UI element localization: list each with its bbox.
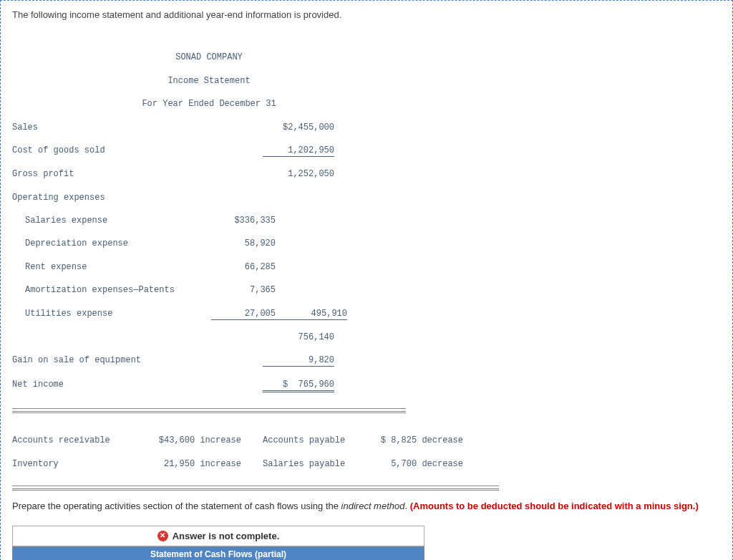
divider (12, 486, 499, 491)
info-amount: 5,700 decrease (363, 458, 463, 470)
info-label: Inventory (12, 458, 134, 470)
info-amount: $43,600 increase (134, 435, 241, 446)
additional-info-block: Accounts receivable$43,600 increaseAccou… (12, 423, 721, 481)
row-amount: 1,202,950 (263, 145, 334, 157)
row-label: Salaries expense (12, 215, 211, 226)
answer-container: ✕ Answer is not complete. Statement of C… (12, 526, 424, 560)
row-label: Cost of goods sold (12, 145, 198, 156)
row-label: Rent expense (12, 261, 211, 273)
row-label: Gross profit (12, 168, 198, 180)
row-amount: 7,365 (211, 284, 276, 296)
row-label: Depreciation expense (12, 238, 211, 249)
row-label: Net income (12, 379, 198, 390)
info-amount: 21,950 increase (134, 458, 241, 470)
info-amount: $ 8,825 decrease (363, 435, 463, 446)
row-label: Sales (12, 122, 198, 133)
row-amount: 1,252,050 (263, 168, 334, 180)
error-icon: ✕ (157, 531, 168, 541)
info-label: Accounts payable (241, 435, 363, 446)
row-label: Gain on sale of equipment (12, 354, 198, 366)
cashflow-table: Statement of Cash Flows (partial) Cash f… (12, 546, 424, 560)
divider (12, 408, 406, 413)
answer-status-banner: ✕ Answer is not complete. (12, 526, 424, 546)
row-amount: 27,005 (211, 308, 276, 320)
intro-text: The following income statement and addit… (12, 9, 721, 20)
info-label: Salaries payable (241, 458, 363, 470)
row-amount: 58,920 (211, 238, 276, 249)
row-amount: 66,285 (211, 261, 276, 273)
row-amount: 9,820 (263, 354, 334, 367)
table-header: Statement of Cash Flows (partial) (13, 546, 424, 560)
row-amount: 495,910 (276, 308, 347, 320)
row-label: Operating expenses (12, 192, 198, 203)
income-statement-block: SONAD COMPANY Income Statement For Year … (12, 29, 721, 404)
row-label: Amortization expenses—Patents (12, 284, 211, 296)
statement-title: Income Statement (168, 76, 250, 86)
row-amount: $2,455,000 (263, 122, 334, 133)
statement-period: For Year Ended December 31 (142, 99, 276, 109)
company-name: SONAD COMPANY (175, 52, 243, 62)
row-label: Utilities expense (12, 308, 211, 319)
banner-text: Answer is not complete. (173, 531, 280, 541)
info-label: Accounts receivable (12, 435, 134, 446)
row-amount: 756,140 (263, 332, 334, 343)
row-amount: $336,335 (211, 215, 276, 226)
question-text: Prepare the operating activities section… (12, 501, 721, 511)
row-amount: $ 765,960 (263, 379, 334, 392)
